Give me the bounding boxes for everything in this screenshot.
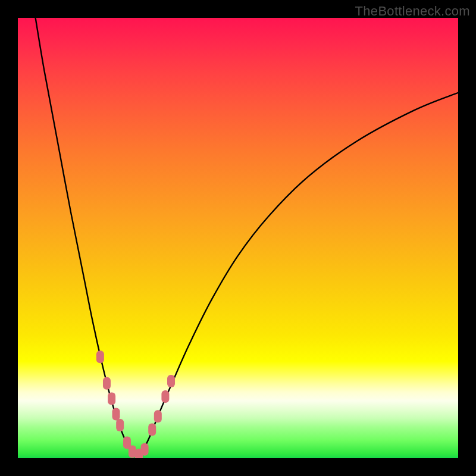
chart-frame: TheBottleneck.com (0, 0, 476, 476)
highlight-marker (167, 375, 175, 387)
highlight-marker (154, 410, 162, 422)
highlight-marker (108, 393, 115, 405)
plot-area (18, 18, 458, 458)
highlight-marker (148, 423, 156, 436)
curve-layer (36, 18, 458, 458)
highlight-marker (103, 377, 111, 390)
curves-svg (18, 18, 458, 458)
highlight-marker (96, 350, 104, 363)
highlight-marker (112, 408, 120, 421)
highlight-marker (161, 390, 169, 403)
highlight-marker (141, 443, 149, 456)
highlight-marker (116, 419, 124, 431)
highlight-marker (129, 445, 136, 458)
watermark-text: TheBottleneck.com (355, 4, 470, 19)
left-curve (36, 18, 137, 458)
right-curve (137, 93, 458, 458)
